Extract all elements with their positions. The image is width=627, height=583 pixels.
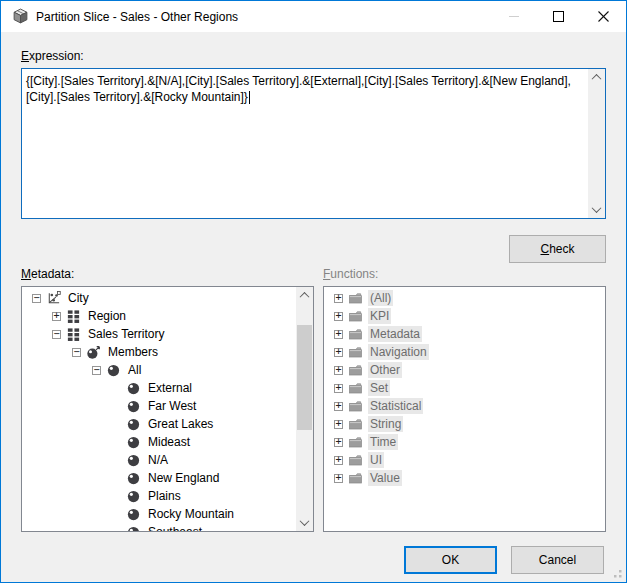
tree-item-label: Southeast [146, 524, 204, 531]
tree-item-external[interactable]: External [22, 379, 296, 397]
dimension-icon [46, 291, 61, 306]
folder-icon [348, 399, 363, 414]
expander-plus-icon[interactable]: + [334, 402, 343, 411]
folder-icon [348, 381, 363, 396]
expander-plus-icon[interactable]: + [334, 420, 343, 429]
tree-item-all[interactable]: −All [22, 361, 296, 379]
tree-item-navigation[interactable]: +Navigation [324, 343, 605, 361]
member-icon [126, 525, 141, 532]
tree-item-label: (All) [368, 290, 393, 306]
metadata-scrollbar[interactable] [296, 287, 313, 531]
tree-item-label: All [126, 362, 143, 378]
maximize-button[interactable] [536, 1, 581, 32]
tree-item-city[interactable]: −City [22, 289, 296, 307]
expression-line-2: [City].[Sales Territory].&[Rocky Mountai… [26, 90, 248, 104]
folder-icon [348, 435, 363, 450]
expander-plus-icon[interactable]: + [334, 456, 343, 465]
folder-icon [348, 291, 363, 306]
tree-item-set[interactable]: +Set [324, 379, 605, 397]
tree-item-region[interactable]: +Region [22, 307, 296, 325]
expander-plus-icon[interactable]: + [334, 348, 343, 357]
member-icon [126, 471, 141, 486]
tree-item-sales-territory[interactable]: −Sales Territory [22, 325, 296, 343]
expander-minus-icon[interactable]: − [92, 366, 101, 375]
scroll-down-icon[interactable] [588, 201, 605, 218]
member-icon [106, 363, 121, 378]
member-icon [126, 417, 141, 432]
member-icon [126, 507, 141, 522]
tree-item-value[interactable]: +Value [324, 469, 605, 487]
metadata-tree: −City+Region−Sales Territory−Members−All… [22, 287, 296, 531]
expander-plus-icon[interactable]: + [334, 294, 343, 303]
folder-icon [348, 363, 363, 378]
tree-item-mideast[interactable]: Mideast [22, 433, 296, 451]
tree-item-label: Region [86, 308, 128, 324]
maximize-icon [553, 11, 564, 22]
tree-item-n-a[interactable]: N/A [22, 451, 296, 469]
window-controls [491, 1, 626, 32]
text-caret [249, 91, 250, 104]
tree-item-plains[interactable]: Plains [22, 487, 296, 505]
tree-item-label: Navigation [368, 344, 429, 360]
member-icon [126, 399, 141, 414]
minimize-icon [509, 16, 519, 17]
expression-editor[interactable]: {[City].[Sales Territory].&[N/A],[City].… [21, 68, 606, 219]
tree-item-rocky-mountain[interactable]: Rocky Mountain [22, 505, 296, 523]
tree-item-time[interactable]: +Time [324, 433, 605, 451]
tree-item-southeast[interactable]: Southeast [22, 523, 296, 531]
tree-item-string[interactable]: +String [324, 415, 605, 433]
expander-minus-icon[interactable]: − [72, 348, 81, 357]
tree-item-label: UI [368, 452, 384, 468]
ok-button[interactable]: OK [404, 546, 497, 574]
tree-item-statistical[interactable]: +Statistical [324, 397, 605, 415]
tree-item-label: String [368, 416, 403, 432]
folder-icon [348, 453, 363, 468]
cancel-button[interactable]: Cancel [511, 546, 604, 574]
tree-item-label: External [146, 380, 194, 396]
scroll-up-icon[interactable] [588, 69, 605, 86]
folder-icon [348, 327, 363, 342]
tree-item-label: N/A [146, 452, 170, 468]
tree-item-label: Metadata [368, 326, 422, 342]
folder-icon [348, 471, 363, 486]
tree-item-all[interactable]: +(All) [324, 289, 605, 307]
member-icon [126, 435, 141, 450]
expander-plus-icon[interactable]: + [52, 312, 61, 321]
expander-plus-icon[interactable]: + [334, 330, 343, 339]
tree-item-label: Plains [146, 488, 183, 504]
tree-item-ui[interactable]: +UI [324, 451, 605, 469]
attribute-icon [66, 327, 81, 342]
expander-plus-icon[interactable]: + [334, 474, 343, 483]
tree-item-kpi[interactable]: +KPI [324, 307, 605, 325]
expander-minus-icon[interactable]: − [52, 330, 61, 339]
tree-item-other[interactable]: +Other [324, 361, 605, 379]
partition-slice-dialog: Partition Slice - Sales - Other Regions … [0, 0, 627, 583]
metadata-label: Metadata: [21, 267, 74, 281]
expression-text[interactable]: {[City].[Sales Territory].&[N/A],[City].… [22, 69, 588, 218]
expression-scrollbar[interactable] [588, 69, 605, 218]
members-icon [86, 345, 101, 360]
expander-plus-icon[interactable]: + [334, 438, 343, 447]
member-icon [126, 453, 141, 468]
expander-minus-icon[interactable]: − [32, 294, 41, 303]
folder-icon [348, 417, 363, 432]
close-icon [598, 11, 609, 22]
tree-item-great-lakes[interactable]: Great Lakes [22, 415, 296, 433]
scroll-down-icon[interactable] [296, 514, 313, 531]
tree-item-far-west[interactable]: Far West [22, 397, 296, 415]
expander-plus-icon[interactable]: + [334, 312, 343, 321]
scroll-up-icon[interactable] [296, 287, 313, 304]
tree-item-label: Members [106, 344, 160, 360]
member-icon [126, 489, 141, 504]
tree-item-metadata[interactable]: +Metadata [324, 325, 605, 343]
expander-plus-icon[interactable]: + [334, 366, 343, 375]
tree-item-label: Sales Territory [86, 326, 166, 342]
check-button[interactable]: Check [509, 235, 606, 263]
resize-grip[interactable] [609, 565, 623, 579]
tree-item-new-england[interactable]: New England [22, 469, 296, 487]
close-button[interactable] [581, 1, 626, 32]
expression-line-1: {[City].[Sales Territory].&[N/A],[City].… [26, 74, 571, 88]
tree-item-members[interactable]: −Members [22, 343, 296, 361]
expander-plus-icon[interactable]: + [334, 384, 343, 393]
scrollbar-thumb[interactable] [297, 325, 312, 430]
